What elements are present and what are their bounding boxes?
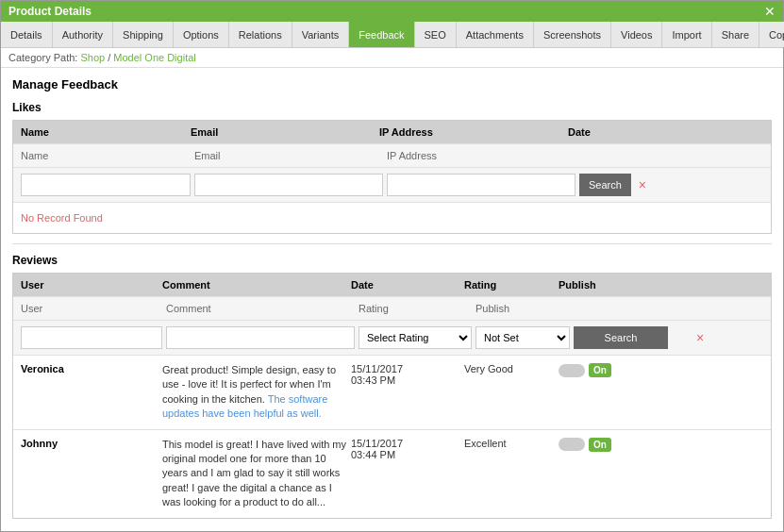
reviews-table: User Comment Date Rating Publish User Co… [12, 273, 772, 519]
tab-import[interactable]: Import [662, 22, 711, 47]
table-row: Veronica Great product! Simple design, e… [13, 355, 771, 429]
likes-col-ip: IP Address [379, 126, 568, 138]
reviews-clear-button[interactable]: × [672, 330, 728, 345]
tab-authority[interactable]: Authority [53, 22, 113, 47]
toggle-on-label-1[interactable]: On [589, 438, 611, 452]
reviews-col-date: Date [351, 279, 464, 291]
likes-filter-label-email: Email [194, 150, 383, 161]
reviews-col-rating: Rating [464, 279, 559, 291]
breadcrumb-prefix: Category Path: [8, 52, 77, 63]
title-bar: Product Details ✕ [1, 1, 783, 22]
likes-no-record: No Record Found [13, 202, 771, 233]
page-title: Manage Feedback [12, 77, 772, 91]
likes-filter-labels: Name Email IP Address [13, 143, 771, 167]
tab-shipping[interactable]: Shipping [113, 22, 174, 47]
table-row: Johnny This model is great! I have lived… [13, 429, 771, 518]
content-area: Manage Feedback Likes Name Email IP Addr… [1, 68, 783, 531]
row-rating-1: Excellent [464, 438, 559, 449]
likes-email-input[interactable] [194, 174, 383, 196]
tab-videos[interactable]: Videos [611, 22, 662, 47]
row-date-1: 15/11/201703:44 PM [351, 438, 464, 460]
likes-table-header: Name Email IP Address Date [13, 121, 771, 143]
row-rating-0: Very Good [464, 363, 559, 374]
reviews-rating-select[interactable]: Select Rating [359, 326, 472, 349]
reviews-col-publish: Publish [559, 279, 653, 291]
likes-name-input[interactable] [21, 174, 191, 196]
reviews-publish-select[interactable]: Not Set [475, 326, 570, 349]
reviews-table-header: User Comment Date Rating Publish [13, 274, 771, 296]
row-publish-0: On [559, 363, 653, 377]
reviews-col-comment: Comment [162, 279, 351, 291]
reviews-user-input[interactable] [21, 326, 162, 349]
row-user-1: Johnny [21, 438, 162, 449]
tab-details[interactable]: Details [1, 22, 53, 47]
toggle-on-label-0[interactable]: On [589, 363, 611, 377]
reviews-filter-label-publish: Publish [475, 303, 570, 314]
tab-share[interactable]: Share [712, 22, 759, 47]
tab-copy[interactable]: Copy [759, 22, 784, 47]
row-user-0: Veronica [21, 363, 162, 374]
tab-attachments[interactable]: Attachments [457, 22, 534, 47]
likes-ip-input[interactable] [387, 174, 575, 196]
row-comment-0: Great product! Simple design, easy to us… [162, 363, 351, 422]
likes-table: Name Email IP Address Date Name Email IP… [12, 120, 772, 234]
likes-section-title: Likes [12, 101, 772, 114]
nav-tabs: Details Authority Shipping Options Relat… [1, 22, 783, 48]
toggle-off-icon-0 [559, 364, 585, 377]
likes-filter-label-name: Name [21, 150, 191, 161]
likes-clear-button[interactable]: × [635, 177, 650, 192]
tab-seo[interactable]: SEO [415, 22, 457, 47]
reviews-search-button[interactable]: Search [574, 326, 668, 349]
reviews-filter-labels: User Comment Rating Publish [13, 296, 771, 320]
tab-variants[interactable]: Variants [292, 22, 350, 47]
reviews-filter-label-rating: Rating [359, 303, 472, 314]
breadcrumb-shop[interactable]: Shop [80, 52, 105, 63]
likes-search-button[interactable]: Search [579, 174, 631, 196]
tab-relations[interactable]: Relations [229, 22, 292, 47]
likes-col-name: Name [21, 126, 191, 138]
row-publish-1: On [559, 438, 653, 452]
reviews-col-user: User [21, 279, 162, 291]
tab-feedback[interactable]: Feedback [349, 22, 414, 47]
main-window: Product Details ✕ Details Authority Ship… [0, 0, 784, 532]
likes-filter-label-ip: IP Address [387, 150, 575, 161]
reviews-filter-inputs: Select Rating Not Set Search × [13, 320, 771, 355]
window-title: Product Details [8, 5, 92, 18]
row-date-0: 15/11/201703:43 PM [351, 363, 464, 386]
tab-options[interactable]: Options [174, 22, 229, 47]
likes-col-date: Date [568, 126, 763, 138]
tab-screenshots[interactable]: Screenshots [534, 22, 611, 47]
reviews-filter-label-user: User [21, 303, 162, 314]
section-divider [12, 243, 772, 244]
toggle-off-icon-1 [559, 438, 585, 451]
row-comment-1: This model is great! I have lived with m… [162, 438, 351, 510]
close-button[interactable]: ✕ [764, 5, 776, 18]
breadcrumb-model[interactable]: Model One Digital [113, 52, 195, 63]
likes-filter-inputs: Search × [13, 167, 771, 202]
likes-col-email: Email [191, 126, 379, 138]
reviews-section-title: Reviews [12, 254, 772, 267]
breadcrumb: Category Path: Shop / Model One Digital [1, 48, 783, 68]
reviews-comment-input[interactable] [166, 326, 355, 349]
reviews-filter-label-comment: Comment [166, 303, 355, 314]
